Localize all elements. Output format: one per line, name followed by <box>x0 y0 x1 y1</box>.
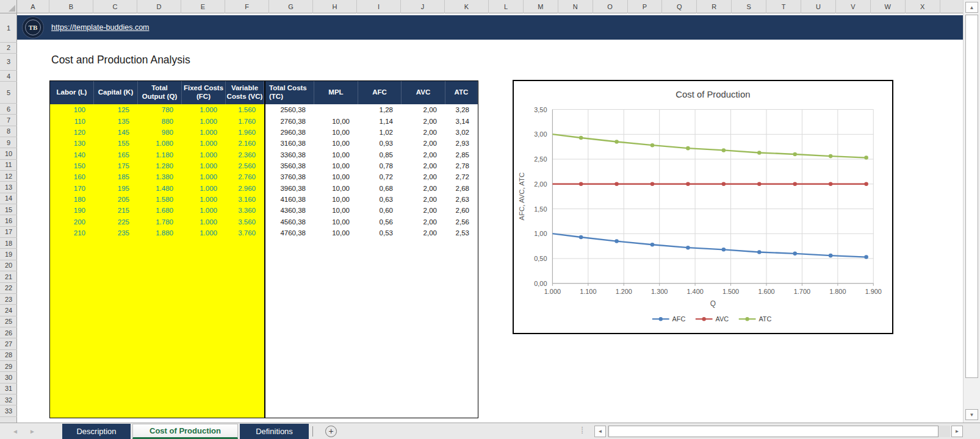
row-header-5[interactable]: 5 <box>0 82 17 104</box>
table-cell[interactable]: 3,02 <box>445 127 478 138</box>
table-cell[interactable]: 190 <box>50 205 94 216</box>
row-header-22[interactable]: 22 <box>0 283 17 294</box>
row-header-6[interactable]: 6 <box>0 104 17 115</box>
table-cell[interactable]: 0,56 <box>358 216 402 227</box>
table-cell[interactable]: 1,02 <box>358 127 402 138</box>
table-cell[interactable]: 1,28 <box>358 104 402 115</box>
horizontal-scrollbar-thumb[interactable] <box>608 426 939 437</box>
table-cell[interactable]: 2,56 <box>445 216 478 227</box>
table-cell[interactable]: 2,68 <box>445 182 478 193</box>
table-cell[interactable]: 2,00 <box>402 115 445 126</box>
table-cell[interactable]: 1.000 <box>182 115 226 126</box>
sheet-tab-definitions[interactable]: Definitions <box>240 424 309 439</box>
column-header-L[interactable]: L <box>489 0 524 13</box>
scroll-down-icon[interactable]: ▼ <box>965 409 978 420</box>
table-cell[interactable]: 2,00 <box>402 216 445 227</box>
column-header-O[interactable]: O <box>593 0 628 13</box>
table-cell[interactable]: 2,00 <box>402 138 445 149</box>
column-header-V[interactable]: V <box>836 0 871 13</box>
table-cell[interactable]: 2,00 <box>402 194 445 205</box>
cost-chart[interactable]: Cost of Production0,000,501,001,502,002,… <box>513 80 893 334</box>
table-cell[interactable]: 2,93 <box>445 138 478 149</box>
table-cell[interactable]: 1.680 <box>138 205 182 216</box>
row-header-27[interactable]: 27 <box>0 338 17 349</box>
table-cell[interactable]: 1.000 <box>182 171 226 182</box>
table-cell[interactable]: 135 <box>94 115 138 126</box>
table-cell[interactable]: 160 <box>50 171 94 182</box>
table-cell[interactable]: 1.960 <box>226 127 264 138</box>
table-cell[interactable]: 3960,38 <box>264 182 314 193</box>
row-header-29[interactable]: 29 <box>0 361 17 372</box>
table-cell[interactable]: 1.000 <box>182 160 226 171</box>
table-cell[interactable]: 10,00 <box>314 182 358 193</box>
table-cell[interactable]: 4160,38 <box>264 194 314 205</box>
row-header-16[interactable]: 16 <box>0 215 17 226</box>
table-header-cell[interactable]: Labor (L) <box>50 81 94 104</box>
table-cell[interactable]: 2,00 <box>402 182 445 193</box>
table-header-cell[interactable]: MPL <box>314 81 358 104</box>
row-header-1[interactable]: 1 <box>0 13 17 43</box>
table-cell[interactable]: 1.000 <box>182 216 226 227</box>
table-cell[interactable]: 3.560 <box>226 216 264 227</box>
add-sheet-button[interactable]: + <box>325 426 337 437</box>
table-cell[interactable]: 215 <box>94 205 138 216</box>
table-cell[interactable]: 0,78 <box>358 160 402 171</box>
column-header-A[interactable]: A <box>17 0 49 13</box>
column-header-J[interactable]: J <box>401 0 445 13</box>
row-header-3[interactable]: 3 <box>0 54 17 71</box>
table-cell[interactable]: 1.000 <box>182 127 226 138</box>
table-cell[interactable]: 1.480 <box>138 182 182 193</box>
table-cell[interactable]: 2.560 <box>226 160 264 171</box>
column-header-T[interactable]: T <box>766 0 801 13</box>
column-header-K[interactable]: K <box>445 0 489 13</box>
table-cell[interactable]: 3560,38 <box>264 160 314 171</box>
row-header-19[interactable]: 19 <box>0 249 17 260</box>
table-cell[interactable]: 2,60 <box>445 205 478 216</box>
table-cell[interactable]: 3,28 <box>445 104 478 115</box>
table-cell[interactable]: 0,68 <box>358 182 402 193</box>
table-cell[interactable]: 1.000 <box>182 194 226 205</box>
column-header-D[interactable]: D <box>137 0 181 13</box>
table-cell[interactable]: 225 <box>94 216 138 227</box>
input-area-extension[interactable] <box>50 238 264 418</box>
table-cell[interactable]: 3,14 <box>445 115 478 126</box>
table-cell[interactable]: 1.380 <box>138 171 182 182</box>
table-cell[interactable]: 3.360 <box>226 205 264 216</box>
scroll-left-icon[interactable]: ◄ <box>594 426 606 437</box>
table-header-cell[interactable]: ATC <box>445 81 478 104</box>
table-header-cell[interactable]: AFC <box>358 81 402 104</box>
table-cell[interactable]: 100 <box>50 104 94 115</box>
table-cell[interactable]: 1.560 <box>226 104 264 115</box>
row-header-11[interactable]: 11 <box>0 160 17 171</box>
table-cell[interactable]: 120 <box>50 127 94 138</box>
select-all-button[interactable] <box>0 0 17 13</box>
table-cell[interactable]: 2,85 <box>445 149 478 160</box>
table-cell[interactable]: 1.000 <box>182 149 226 160</box>
table-cell[interactable]: 1.580 <box>138 194 182 205</box>
table-cell[interactable]: 10,00 <box>314 127 358 138</box>
table-cell[interactable]: 10,00 <box>314 205 358 216</box>
row-header-7[interactable]: 7 <box>0 115 17 126</box>
table-cell[interactable]: 145 <box>94 127 138 138</box>
table-cell[interactable]: 1.880 <box>138 227 182 238</box>
table-cell[interactable] <box>314 104 358 115</box>
tab-nav-left-icon[interactable]: ◄ <box>12 428 18 435</box>
table-cell[interactable]: 1.000 <box>182 205 226 216</box>
row-header-14[interactable]: 14 <box>0 193 17 204</box>
table-cell[interactable]: 200 <box>50 216 94 227</box>
row-header-4[interactable]: 4 <box>0 71 17 82</box>
column-header-E[interactable]: E <box>181 0 225 13</box>
row-header-30[interactable]: 30 <box>0 372 17 383</box>
column-header-R[interactable]: R <box>697 0 732 13</box>
row-header-21[interactable]: 21 <box>0 271 17 282</box>
row-header-15[interactable]: 15 <box>0 204 17 215</box>
table-header-cell[interactable]: Variable Costs (VC) <box>226 81 264 104</box>
table-cell[interactable]: 2,00 <box>402 227 445 238</box>
table-cell[interactable]: 1.760 <box>226 115 264 126</box>
table-cell[interactable]: 10,00 <box>314 149 358 160</box>
table-cell[interactable]: 2,00 <box>402 205 445 216</box>
table-cell[interactable]: 2,00 <box>402 149 445 160</box>
table-cell[interactable]: 130 <box>50 138 94 149</box>
row-header-8[interactable]: 8 <box>0 126 17 137</box>
table-cell[interactable]: 2560,38 <box>264 104 314 115</box>
